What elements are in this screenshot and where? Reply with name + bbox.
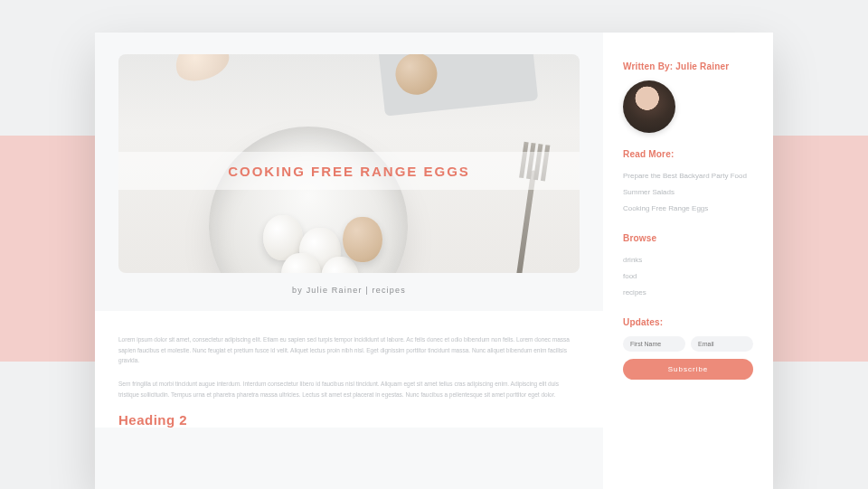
first-name-input[interactable] (623, 336, 685, 352)
article-paragraph: Sem fringilla ut morbi tincidunt augue i… (118, 379, 580, 400)
written-by-label: Written By: (623, 61, 673, 71)
updates-heading: Updates: (623, 317, 753, 327)
read-more-link[interactable]: Summer Salads (623, 184, 753, 201)
browse-link[interactable]: drinks (623, 252, 753, 268)
egg-carton-graphic (377, 54, 538, 117)
browse-link[interactable]: recipes (623, 285, 753, 301)
read-more-link[interactable]: Prepare the Best Backyard Party Food (623, 168, 753, 184)
sidebar: Written By: Julie Rainer Read More: Prep… (603, 33, 773, 489)
author-avatar (623, 80, 675, 133)
browse-link[interactable]: food (623, 268, 753, 285)
hero-image: COOKING FREE RANGE EGGS (118, 54, 580, 273)
main-column: COOKING FREE RANGE EGGS by Julie Rainer … (95, 33, 603, 489)
read-more-list: Prepare the Best Backyard Party Food Sum… (623, 168, 753, 217)
article-heading-2: Heading 2 (118, 412, 580, 428)
email-input[interactable] (691, 336, 753, 352)
subscribe-button[interactable]: Subscribe (623, 359, 753, 380)
written-by-heading: Written By: Julie Rainer (623, 61, 753, 71)
hero-title: COOKING FREE RANGE EGGS (228, 164, 470, 179)
byline: by Julie Rainer | recipes (118, 273, 580, 311)
egg-graphic (343, 217, 382, 262)
hero-overlay: COOKING FREE RANGE EGGS (118, 152, 580, 190)
article-body: Lorem ipsum dolor sit amet, consectetur … (95, 311, 603, 428)
article-paragraph: Lorem ipsum dolor sit amet, consectetur … (118, 334, 580, 366)
bowl-graphic (209, 127, 408, 273)
read-more-heading: Read More: (623, 149, 753, 159)
egg-shell-graphic (169, 54, 233, 88)
subscribe-form (623, 336, 753, 352)
read-more-link[interactable]: Cooking Free Range Eggs (623, 201, 753, 217)
browse-heading: Browse (623, 233, 753, 243)
page-card: COOKING FREE RANGE EGGS by Julie Rainer … (95, 33, 773, 489)
author-name: Julie Rainer (675, 61, 729, 71)
browse-list: drinks food recipes (623, 252, 753, 301)
